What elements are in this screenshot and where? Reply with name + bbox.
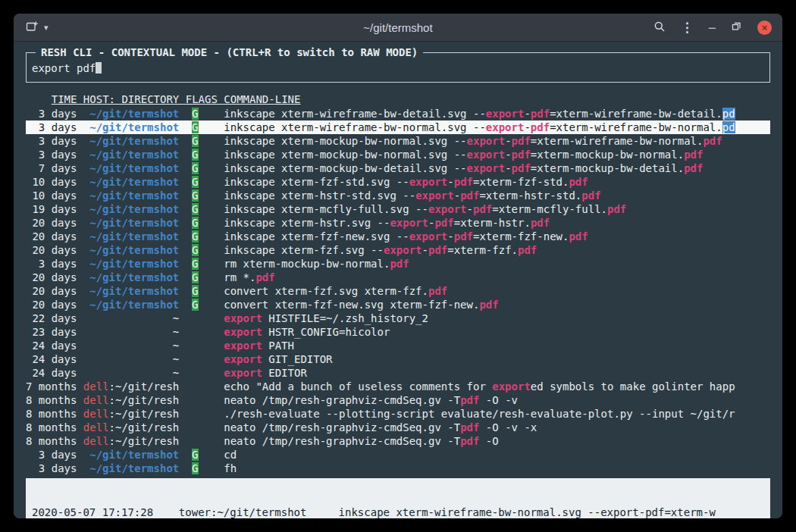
history-row[interactable]: 3 days~/git/termshotGcd <box>26 448 770 462</box>
row-flags: G <box>186 202 218 216</box>
history-row[interactable]: 20 days~/git/termshotGinkscape xterm-fzf… <box>26 243 770 257</box>
row-flags <box>186 339 218 352</box>
row-time: 20 days <box>26 298 77 311</box>
row-command: neato /tmp/resh-graphviz-cmdSeq.gv -Tpdf… <box>224 393 770 407</box>
row-host: ~ <box>83 311 179 325</box>
git-flag-badge: G <box>192 449 198 461</box>
row-time: 3 days <box>26 107 77 120</box>
row-time: 3 days <box>26 448 77 462</box>
row-flags: G <box>186 230 218 243</box>
history-row[interactable]: 3 days~/git/termshotGinkscape xterm-mock… <box>26 134 770 148</box>
row-time: 20 days <box>26 216 77 230</box>
git-flag-badge: G <box>192 162 198 174</box>
restore-icon <box>731 20 742 34</box>
row-command: inkscape xterm-hstr-std.svg --export-pdf… <box>224 189 770 202</box>
row-flags: G <box>186 298 218 311</box>
history-row[interactable]: 24 days~export GIT_EDITOR <box>26 352 770 366</box>
search-input[interactable]: export pdf <box>32 62 96 74</box>
search-box[interactable]: RESH CLI - CONTEXTUAL MODE - (CTRL+R to … <box>26 52 770 83</box>
kebab-menu-icon: ⋮ <box>681 20 694 36</box>
history-row[interactable]: 23 days~export HSTR_CONFIG=hicolor <box>26 325 770 339</box>
search-button[interactable] <box>653 20 666 35</box>
minimize-button[interactable]: ─ <box>709 22 716 33</box>
row-flags: G <box>186 107 218 120</box>
history-row[interactable]: 8 monthsdell:~/git/reshneato /tmp/resh-g… <box>26 421 770 434</box>
git-flag-badge: G <box>192 230 198 243</box>
git-flag-badge: G <box>192 217 198 229</box>
history-row[interactable]: 3 days~/git/termshotGinkscape xterm-wire… <box>26 120 770 134</box>
tab-dropdown-button[interactable]: ▾ <box>44 23 49 33</box>
history-row[interactable]: 10 days~/git/termshotGinkscape xterm-hst… <box>26 189 770 202</box>
row-command: convert xterm-fzf.svg xterm-fzf.pdf <box>224 284 770 298</box>
row-time: 3 days <box>26 462 77 475</box>
git-flag-badge: G <box>192 189 198 202</box>
row-command: export EDITOR <box>224 366 770 380</box>
new-tab-button[interactable] <box>26 20 39 35</box>
row-host: ~/git/termshot <box>83 271 179 284</box>
history-row[interactable]: 8 monthsdell:~/git/resh./resh-evaluate -… <box>26 407 770 421</box>
history-row[interactable]: 20 days~/git/termshotGconvert xterm-fzf.… <box>26 284 770 298</box>
history-row[interactable]: 7 days~/git/termshotGinkscape xterm-mock… <box>26 161 770 175</box>
row-host: ~/git/termshot <box>83 202 179 216</box>
git-flag-badge: G <box>192 203 198 215</box>
row-command: rm *.pdf <box>224 271 770 284</box>
row-command: ./resh-evaluate --plotting-script evalua… <box>224 407 770 421</box>
restore-button[interactable] <box>731 20 742 34</box>
row-time: 3 days <box>26 257 77 271</box>
history-row[interactable]: 22 days~export HISTFILE=~/.zsh_history_2 <box>26 311 770 325</box>
history-row[interactable]: 7 monthsdell:~/git/reshecho "Add a bunch… <box>26 380 770 393</box>
row-flags: G <box>186 216 218 230</box>
history-row[interactable]: 8 monthsdell:~/git/reshneato /tmp/resh-g… <box>26 434 770 448</box>
row-flags <box>186 325 218 339</box>
git-flag-badge: G <box>192 271 198 283</box>
row-time: 3 days <box>26 134 77 148</box>
row-host: ~/git/termshot <box>83 462 179 475</box>
menu-button[interactable]: ⋮ <box>681 20 694 36</box>
history-row[interactable]: 10 days~/git/termshotGinkscape xterm-fzf… <box>26 175 770 189</box>
close-button[interactable]: × <box>757 20 772 35</box>
row-command: export GIT_EDITOR <box>224 352 770 366</box>
row-host: ~/git/termshot <box>83 257 179 271</box>
row-time: 23 days <box>26 325 77 339</box>
history-row[interactable]: 8 monthsdell:~/git/reshneato /tmp/resh-g… <box>26 393 770 407</box>
row-host: dell:~/git/resh <box>83 434 179 448</box>
history-row[interactable]: 3 days~/git/termshotGfh <box>26 462 770 475</box>
row-flags: G <box>186 462 218 475</box>
git-flag-badge: G <box>192 299 198 311</box>
row-flags: G <box>186 448 218 462</box>
row-host: ~/git/termshot <box>83 161 179 175</box>
row-command: cd <box>224 448 770 462</box>
row-flags: G <box>186 257 218 271</box>
row-command: echo "Add a bunch of useless comments fo… <box>224 380 770 393</box>
row-time: 24 days <box>26 366 77 380</box>
row-host: ~ <box>83 339 179 352</box>
row-flags <box>186 393 218 407</box>
history-row[interactable]: 20 days~/git/termshotGconvert xterm-fzf-… <box>26 298 770 311</box>
row-time: 8 months <box>26 407 77 421</box>
history-row[interactable]: 20 days~/git/termshotGinkscape xterm-hst… <box>26 216 770 230</box>
history-row[interactable]: 20 days~/git/termshotGinkscape xterm-fzf… <box>26 230 770 243</box>
row-command: inkscape xterm-mockup-bw-normal.svg --ex… <box>224 148 770 161</box>
history-row[interactable]: 20 days~/git/termshotGrm *.pdf <box>26 271 770 284</box>
row-flags: G <box>186 243 218 257</box>
history-row[interactable]: 19 days~/git/termshotGinkscape xterm-mcf… <box>26 202 770 216</box>
git-flag-badge: G <box>192 121 198 133</box>
terminal-window: ~/git/termshot ▾ <box>14 14 782 518</box>
row-host: ~/git/termshot <box>83 216 179 230</box>
git-flag-badge: G <box>192 108 198 120</box>
history-row[interactable]: 3 days~/git/termshotGinkscape xterm-mock… <box>26 148 770 161</box>
row-host: ~/git/termshot <box>83 448 179 462</box>
history-row[interactable]: 3 days~/git/termshotGinkscape xterm-wire… <box>26 107 770 120</box>
table-header: TIME HOST: DIRECTORY FLAGS COMMAND-LINE <box>52 92 770 106</box>
row-host: ~ <box>83 352 179 366</box>
row-time: 24 days <box>26 352 77 366</box>
row-host: ~ <box>83 325 179 339</box>
row-command: inkscape xterm-fzf-new.svg --export-pdf=… <box>224 230 770 243</box>
row-time: 20 days <box>26 271 77 284</box>
git-flag-badge: G <box>192 244 198 256</box>
history-row[interactable]: 3 days~/git/termshotGrm xterm-mockup-bw-… <box>26 257 770 271</box>
history-row[interactable]: 24 days~export EDITOR <box>26 366 770 380</box>
history-row[interactable]: 24 days~export PATH <box>26 339 770 352</box>
row-host: ~/git/termshot <box>83 243 179 257</box>
text-cursor <box>96 62 102 74</box>
